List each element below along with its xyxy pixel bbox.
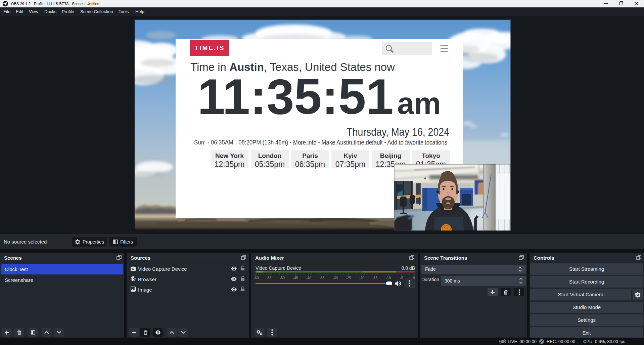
svg-text:-20: -20 [359, 276, 364, 280]
svg-text:-45: -45 [293, 276, 298, 280]
svg-text:-55: -55 [267, 276, 272, 280]
svg-text:-60: -60 [254, 276, 259, 280]
svg-text:-15: -15 [373, 276, 378, 280]
svg-text:-50: -50 [280, 276, 285, 280]
svg-text:-30: -30 [333, 276, 338, 280]
svg-text:-10: -10 [386, 276, 391, 280]
svg-text:-35: -35 [320, 276, 325, 280]
svg-text:-5: -5 [400, 276, 403, 280]
svg-text:-25: -25 [346, 276, 351, 280]
svg-text:-40: -40 [306, 276, 311, 280]
